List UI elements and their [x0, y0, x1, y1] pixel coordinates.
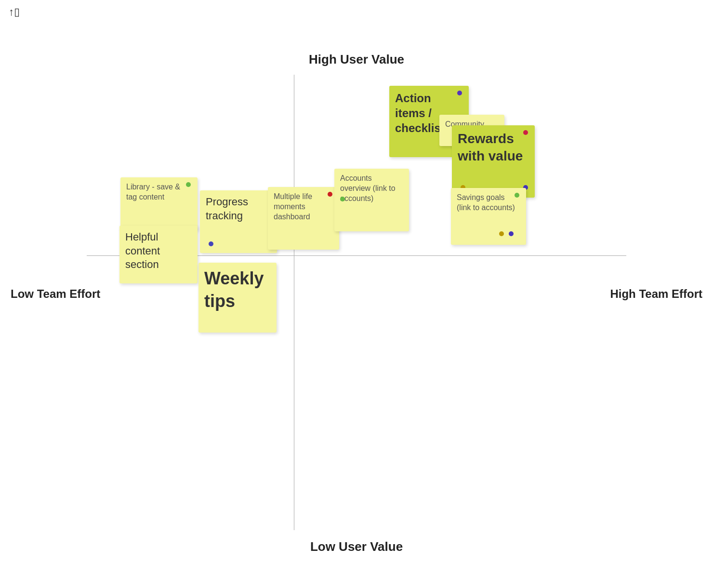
sticky-rewards-text: Rewards with value — [458, 131, 523, 163]
sticky-multiple-life[interactable]: Multiple life moments dashboard — [268, 187, 339, 250]
sticky-accounts-overview[interactable]: Accounts overview (link to accounts) — [334, 169, 409, 231]
sticky-progress-text: Progress tracking — [206, 196, 248, 222]
sticky-action-items-text: Action items / checklist — [395, 92, 445, 134]
label-low-team-effort: Low Team Effort — [11, 287, 100, 301]
label-high-team-effort: High Team Effort — [610, 287, 702, 301]
dot-savings-green — [515, 193, 519, 198]
sticky-rewards[interactable]: Rewards with value — [452, 125, 535, 198]
sticky-progress-tracking[interactable]: Progress tracking — [200, 190, 277, 253]
sticky-accounts-text: Accounts overview (link to accounts) — [340, 174, 396, 202]
sticky-savings-text: Savings goals (link to accounts) — [457, 193, 515, 212]
sticky-multiple-life-text: Multiple life moments dashboard — [274, 192, 312, 221]
label-high-user-value: High User Value — [0, 52, 713, 67]
dot-accounts — [340, 197, 345, 201]
sticky-helpful[interactable]: Helpful content section — [119, 226, 198, 283]
sticky-helpful-text: Helpful content section — [125, 231, 160, 270]
dot-progress — [209, 241, 213, 246]
export-icon[interactable]: ↑▯ — [9, 6, 20, 18]
dot-library — [186, 182, 191, 187]
label-low-user-value: Low User Value — [0, 539, 713, 554]
dot-action-items — [457, 91, 462, 95]
dot-multiple-life — [328, 192, 332, 197]
dot-rewards-red — [523, 130, 528, 135]
dot-savings-purple — [509, 231, 514, 236]
dot-savings-gold — [499, 231, 504, 236]
sticky-library-text: Library - save & tag content — [126, 183, 180, 201]
vertical-axis — [294, 75, 294, 530]
sticky-weekly-tips[interactable]: Weekly tips — [198, 263, 277, 333]
sticky-savings-goals[interactable]: Savings goals (link to accounts) — [451, 188, 526, 245]
sticky-library[interactable]: Library - save & tag content — [120, 177, 198, 230]
sticky-weekly-tips-text: Weekly tips — [204, 268, 264, 311]
